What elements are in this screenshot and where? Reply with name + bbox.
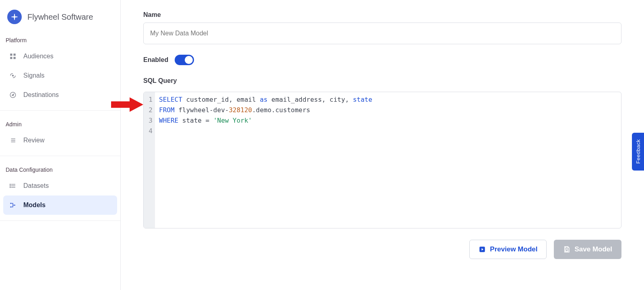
sidebar-item-label: Models [23,202,45,209]
brand[interactable]: Flywheel Software [0,6,120,32]
divider [0,220,120,221]
line-number: 1 [144,95,153,105]
divider [0,156,120,156]
svg-rect-22 [566,247,568,248]
svg-rect-2 [10,57,12,59]
model-name-input[interactable] [143,23,621,44]
brand-name: Flywheel Software [27,12,93,22]
name-label: Name [143,11,621,19]
sidebar-item-signals[interactable]: Signals [3,66,117,85]
sidebar-item-datasets[interactable]: Datasets [3,176,117,195]
sidebar-section-platform: Platform [0,32,120,47]
svg-point-15 [10,184,11,185]
compass-icon [9,91,17,99]
grid-icon [9,52,17,60]
sidebar-item-audiences[interactable]: Audiences [3,47,117,66]
feedback-tab[interactable]: Feedback [632,133,644,171]
sidebar-section-admin: Admin [0,116,120,131]
save-icon [563,246,570,253]
editor-code[interactable]: SELECT customer_id, email as email_addre… [155,92,621,228]
svg-rect-23 [566,250,568,252]
svg-rect-0 [10,53,12,56]
feedback-label: Feedback [635,139,641,164]
sidebar-item-label: Datasets [23,182,49,189]
sidebar-item-destinations[interactable]: Destinations [3,85,117,105]
svg-point-18 [10,203,11,204]
save-model-button[interactable]: Save Model [554,240,621,259]
svg-rect-3 [14,57,16,59]
sidebar-item-label: Review [23,137,44,144]
line-number: 3 [144,115,153,126]
list-icon [9,182,17,190]
svg-point-16 [10,185,11,186]
button-label: Save Model [574,245,612,253]
sidebar-items-dataconfig: Datasets Models [0,176,120,215]
main-content: Name Enabled SQL Query 1 2 3 4 SELECT cu… [121,0,644,290]
toggle-knob [185,56,193,64]
enabled-toggle[interactable] [175,55,194,65]
code-line: FROM flywheel-dev-328120.demo.customers [159,105,617,115]
svg-point-20 [14,205,15,206]
sidebar-item-review[interactable]: Review [3,131,117,150]
svg-point-19 [10,206,11,208]
sidebar: Flywheel Software Platform Audiences Sig… [0,0,121,290]
signals-icon [9,72,17,80]
sidebar-item-label: Audiences [23,53,54,60]
sidebar-item-label: Signals [23,72,44,79]
sql-editor[interactable]: 1 2 3 4 SELECT customer_id, email as ema… [143,92,621,228]
line-number: 4 [144,126,153,136]
svg-point-17 [10,187,11,188]
editor-gutter: 1 2 3 4 [144,92,155,228]
app-root: Flywheel Software Platform Audiences Sig… [0,0,644,290]
code-line [159,126,617,136]
sidebar-item-label: Destinations [23,91,59,99]
svg-point-4 [12,75,14,76]
enabled-row: Enabled [143,55,621,65]
svg-rect-1 [14,53,16,56]
sidebar-item-models[interactable]: Models [3,195,117,215]
models-icon [9,201,17,209]
button-label: Preview Model [490,245,537,253]
line-number: 2 [144,105,153,115]
action-row: Preview Model Save Model [143,240,621,259]
sidebar-items-platform: Audiences Signals Destinations [0,47,120,105]
sidebar-section-dataconfig: Data Configuration [0,162,120,176]
list-icon [9,136,17,144]
code-line: WHERE state = 'New York' [159,115,617,126]
sidebar-items-admin: Review [0,131,120,150]
code-line: SELECT customer_id, email as email_addre… [159,95,617,105]
enabled-label: Enabled [143,56,168,64]
preview-model-button[interactable]: Preview Model [469,240,547,259]
sql-label: SQL Query [143,77,621,84]
divider [0,110,120,111]
play-icon [479,246,486,253]
brand-logo-icon [7,10,22,24]
